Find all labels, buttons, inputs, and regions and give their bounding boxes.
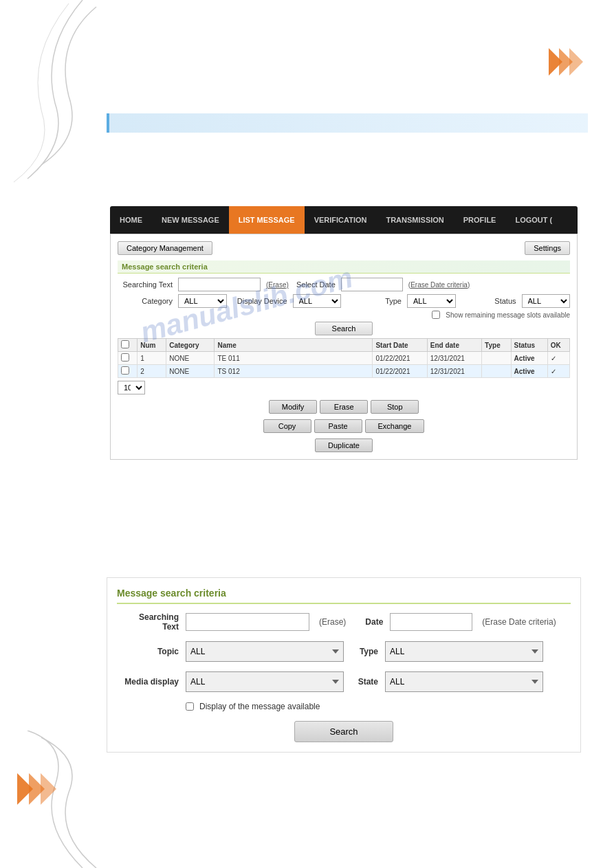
nav-profile[interactable]: PROFILE [454,206,506,234]
modify-button[interactable]: Modify [269,400,317,414]
svg-marker-2 [569,48,583,76]
nav-new-message[interactable]: NEW MESSAGE [152,206,229,234]
col-checkbox [118,339,138,352]
copy-button[interactable]: Copy [263,419,311,433]
logo-top-right [545,41,593,85]
col-name: Name [215,339,373,352]
bottom-searching-label: Searching Text [117,612,179,632]
bottom-date-input[interactable] [390,613,472,631]
col-start-date: Start Date [373,339,427,352]
bottom-erase-date-text[interactable]: (Erase Date criteria) [482,617,556,627]
cell-ok-1: ✓ [547,352,569,365]
type-select-wrapper: ALL [385,641,543,662]
col-end-date: End date [427,339,481,352]
main-content: HOME NEW MESSAGE LIST MESSAGE VERIFICATI… [110,206,578,460]
bottom-erase-text[interactable]: (Erase) [319,617,346,627]
date-input[interactable] [341,278,403,291]
category-management-button[interactable]: Category Management [118,241,212,255]
col-num: Num [138,339,166,352]
topic-select-wrapper: ALL [186,641,344,662]
cell-category-2: NONE [166,365,215,378]
cell-num-1: 1 [138,352,166,365]
category-label: Category [118,297,173,305]
bottom-topic-select[interactable]: ALL [186,641,344,662]
col-category: Category [166,339,215,352]
duplicate-button[interactable]: Duplicate [315,438,373,452]
table-row: 2 NONE TS 012 01/22/2021 12/31/2021 Acti… [118,365,570,378]
pagination-row: 10 [118,381,570,394]
bottom-search-button[interactable]: Search [294,721,393,742]
bottom-media-state-row: Media display ALL State ALL [117,671,571,692]
searching-text-row: Searching Text (Erase) Select Date (Eras… [118,278,570,291]
messages-table: Num Category Name Start Date End date Ty… [118,338,570,378]
bottom-media-select[interactable]: ALL [186,671,344,692]
bottom-searching-text-row: Searching Text (Erase) Date (Erase Date … [117,612,571,632]
stop-button[interactable]: Stop [371,400,419,414]
navbar: HOME NEW MESSAGE LIST MESSAGE VERIFICATI… [110,206,578,234]
bottom-media-label: Media display [117,677,179,687]
cell-name-1: TE 011 [215,352,373,365]
display-available-checkbox[interactable] [186,702,194,711]
bottom-state-select[interactable]: ALL [385,671,543,692]
col-type: Type [482,339,511,352]
exchange-button[interactable]: Exchange [365,419,425,433]
content-box: Category Management Settings Message sea… [110,234,578,460]
state-select-wrapper: ALL [385,671,543,692]
cell-type-1 [482,352,511,365]
action-buttons-row3: Duplicate [118,438,570,452]
cell-status-1: Active [511,352,547,365]
cell-start-2: 01/22/2021 [373,365,427,378]
display-device-select[interactable]: ALL [293,294,342,308]
erase-text-button[interactable]: (Erase) [266,281,289,289]
action-buttons-row: Modify Erase Stop [118,400,570,414]
table-row: 1 NONE TE 011 01/22/2021 12/31/2021 Acti… [118,352,570,365]
searching-text-label: Searching Text [118,280,173,289]
display-available-label: Display of the message available [199,702,320,711]
select-all-checkbox[interactable] [121,340,129,348]
nav-verification[interactable]: VERIFICATION [305,206,377,234]
settings-button[interactable]: Settings [525,241,570,255]
show-remaining-row: Show remaining message slots available [118,311,570,319]
nav-logout[interactable]: LOGOUT ( [505,206,562,234]
search-button-small[interactable]: Search [315,322,373,335]
bottom-searching-input[interactable] [186,613,309,631]
searching-text-input[interactable] [178,278,261,291]
show-remaining-checkbox[interactable] [432,311,440,319]
row-checkbox-1[interactable] [121,353,129,361]
category-select[interactable]: ALL [178,294,227,308]
display-available-row: Display of the message available [186,702,571,711]
nav-transmission[interactable]: TRANSMISSION [376,206,453,234]
header-bar [107,113,588,133]
paste-button[interactable]: Paste [314,419,362,433]
pagination-select[interactable]: 10 [118,381,145,394]
logo-bottom-left [14,766,69,813]
show-remaining-label: Show remaining message slots available [446,311,570,319]
cell-category-1: NONE [166,352,215,365]
top-buttons-row: Category Management Settings [118,241,570,255]
bottom-topic-label: Topic [117,647,179,656]
nav-home[interactable]: HOME [110,206,152,234]
nav-list-message[interactable]: LIST MESSAGE [229,206,305,234]
bottom-type-label: Type [351,647,378,656]
bottom-type-select[interactable]: ALL [385,641,543,662]
cell-end-2: 12/31/2021 [427,365,481,378]
svg-marker-5 [41,773,56,805]
cell-start-1: 01/22/2021 [373,352,427,365]
row-checkbox-2[interactable] [121,366,129,375]
media-select-wrapper: ALL [186,671,344,692]
cell-end-1: 12/31/2021 [427,352,481,365]
search-criteria-header-small: Message search criteria [118,260,570,274]
erase-button[interactable]: Erase [320,400,368,414]
type-label-small: Type [347,297,402,305]
status-select-small[interactable]: ALL [522,294,571,308]
bottom-section-title: Message search criteria [117,588,571,604]
bottom-section: Message search criteria Searching Text (… [107,577,581,753]
cell-ok-2: ✓ [547,365,569,378]
action-buttons-row2: Copy Paste Exchange [118,419,570,433]
erase-date-button[interactable]: (Erase Date criteria) [408,281,470,289]
type-select-small[interactable]: ALL [407,294,456,308]
select-date-label: Select Date [294,280,336,289]
col-status: Status [511,339,547,352]
bottom-state-label: State [351,677,378,687]
col-ok: OK [547,339,569,352]
